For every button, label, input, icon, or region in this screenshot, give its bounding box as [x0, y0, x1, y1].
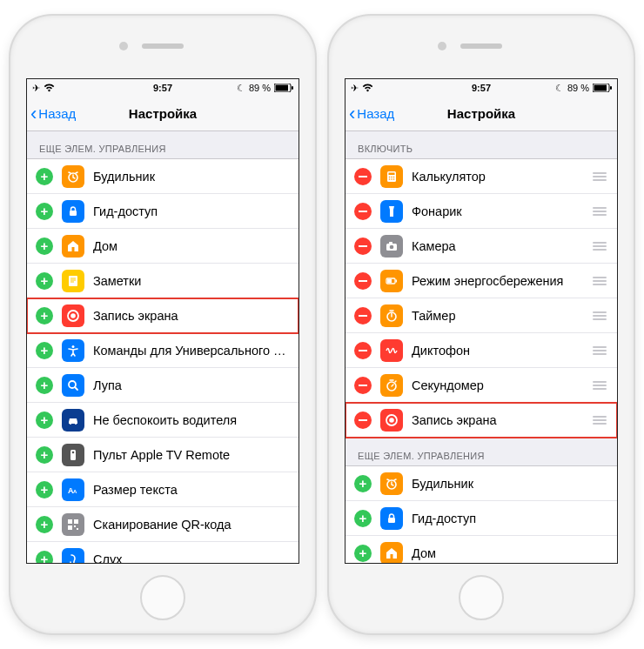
svg-rect-2 — [292, 86, 293, 90]
add-button[interactable]: + — [36, 446, 53, 464]
add-button[interactable]: + — [354, 545, 372, 562]
add-button[interactable]: + — [36, 516, 53, 533]
add-button[interactable]: + — [36, 481, 53, 498]
settings-row[interactable]: +Слух — [27, 542, 299, 564]
row-label: Диктофон — [412, 344, 591, 358]
svg-rect-37 — [389, 242, 392, 244]
battery-percent: 89 % — [567, 83, 589, 93]
list-more-controls-right: +Будильник+Гид-доступ+Дом+Заметки+Команд… — [345, 465, 617, 564]
remove-button[interactable] — [354, 168, 372, 185]
remove-button[interactable] — [354, 307, 372, 324]
remove-button[interactable] — [354, 342, 372, 359]
stopwatch-icon — [380, 374, 403, 397]
battery-percent: 89 % — [249, 83, 271, 93]
back-label: Назад — [357, 106, 394, 121]
settings-row[interactable]: Калькулятор — [345, 159, 617, 194]
add-button[interactable]: + — [36, 168, 53, 185]
settings-row[interactable]: +Запись экрана — [27, 298, 299, 333]
settings-row[interactable]: +Дом — [27, 229, 299, 264]
row-label: Камера — [412, 239, 591, 253]
home-icon — [380, 542, 403, 565]
row-label: Лупа — [93, 378, 290, 392]
settings-row[interactable]: Секундомер — [345, 368, 617, 403]
reorder-handle[interactable] — [591, 346, 608, 355]
settings-row[interactable]: +Будильник — [345, 466, 617, 501]
settings-row[interactable]: +Лупа — [27, 368, 299, 403]
settings-row[interactable]: Таймер — [345, 298, 617, 333]
phone-right: ✈︎ 9:57 ☾ 89 % ‹ Назад Настройка Включит… — [329, 16, 634, 633]
settings-row[interactable]: Запись экрана — [345, 403, 617, 438]
row-label: Гид-доступ — [93, 204, 290, 218]
timer-icon — [380, 304, 403, 327]
settings-row[interactable]: Камера — [345, 229, 617, 264]
reorder-handle[interactable] — [591, 416, 608, 425]
phone-camera-dot — [119, 42, 128, 50]
alarm-icon — [380, 472, 403, 495]
moon-icon: ☾ — [555, 83, 564, 94]
svg-rect-28 — [389, 172, 395, 175]
add-button[interactable]: + — [36, 342, 53, 359]
settings-row[interactable]: Диктофон — [345, 333, 617, 368]
add-button[interactable]: + — [36, 377, 53, 394]
add-button[interactable]: + — [354, 510, 372, 527]
settings-row[interactable]: Фонарик — [345, 194, 617, 229]
svg-point-14 — [72, 451, 75, 453]
settings-row[interactable]: +Дом — [345, 536, 617, 564]
qr-icon — [62, 513, 84, 536]
add-button[interactable]: + — [36, 272, 53, 290]
settings-row[interactable]: +Гид-доступ — [27, 194, 299, 229]
remove-button[interactable] — [354, 272, 372, 290]
add-button[interactable]: + — [36, 203, 53, 220]
row-label: Слух — [93, 552, 290, 565]
remote-icon — [62, 444, 84, 466]
row-label: Фонарик — [412, 204, 591, 218]
remove-button[interactable] — [354, 377, 372, 394]
settings-row[interactable]: +Сканирование QR-кода — [27, 507, 299, 542]
settings-row[interactable]: +AAРазмер текста — [27, 472, 299, 507]
reorder-handle[interactable] — [591, 172, 608, 181]
settings-row[interactable]: +Гид-доступ — [345, 501, 617, 536]
status-bar: ✈︎ 9:57 ☾ 89 % — [27, 79, 299, 97]
remove-button[interactable] — [354, 203, 372, 220]
reorder-handle[interactable] — [591, 381, 608, 390]
camera-icon — [380, 235, 403, 258]
reorder-handle[interactable] — [591, 242, 608, 251]
settings-row[interactable]: +Не беспокоить водителя — [27, 403, 299, 438]
accessibility-icon — [62, 339, 84, 362]
svg-rect-46 — [388, 518, 395, 523]
add-button[interactable]: + — [36, 551, 53, 565]
status-time: 9:57 — [153, 83, 172, 93]
add-button[interactable]: + — [36, 307, 53, 324]
remove-button[interactable] — [354, 238, 372, 255]
add-button[interactable]: + — [354, 475, 372, 492]
home-button[interactable] — [459, 575, 504, 620]
row-label: Заметки — [93, 274, 290, 288]
add-button[interactable]: + — [36, 411, 53, 429]
phone-speaker — [460, 43, 502, 49]
back-button[interactable]: ‹ Назад — [345, 104, 394, 124]
voice-icon — [380, 339, 403, 362]
remove-button[interactable] — [354, 411, 372, 429]
add-button[interactable]: + — [36, 238, 53, 255]
chevron-left-icon: ‹ — [30, 104, 37, 124]
settings-row[interactable]: +Заметки — [27, 264, 299, 298]
settings-row[interactable]: +Пульт Apple TV Remote — [27, 438, 299, 472]
row-label: Режим энергосбережения — [412, 274, 591, 288]
svg-text:A: A — [73, 489, 77, 494]
settings-row[interactable]: +Команды для Универсального дост… — [27, 333, 299, 368]
svg-rect-18 — [74, 519, 78, 524]
reorder-handle[interactable] — [591, 311, 608, 320]
home-button[interactable] — [140, 575, 185, 620]
svg-rect-25 — [594, 85, 607, 91]
settings-row[interactable]: Режим энергосбережения — [345, 264, 617, 298]
screen-left: ✈︎ 9:57 ☾ 89 % ‹ Назад Настройка Еще эле… — [26, 78, 299, 564]
settings-row[interactable]: +Будильник — [27, 159, 299, 194]
reorder-handle[interactable] — [591, 207, 608, 216]
row-label: Таймер — [412, 309, 591, 323]
battery-icon — [380, 270, 403, 292]
ear-icon — [62, 548, 84, 565]
reorder-handle[interactable] — [591, 277, 608, 285]
svg-point-9 — [72, 345, 75, 348]
status-bar: ✈︎ 9:57 ☾ 89 % — [345, 79, 617, 97]
back-button[interactable]: ‹ Назад — [27, 104, 76, 124]
